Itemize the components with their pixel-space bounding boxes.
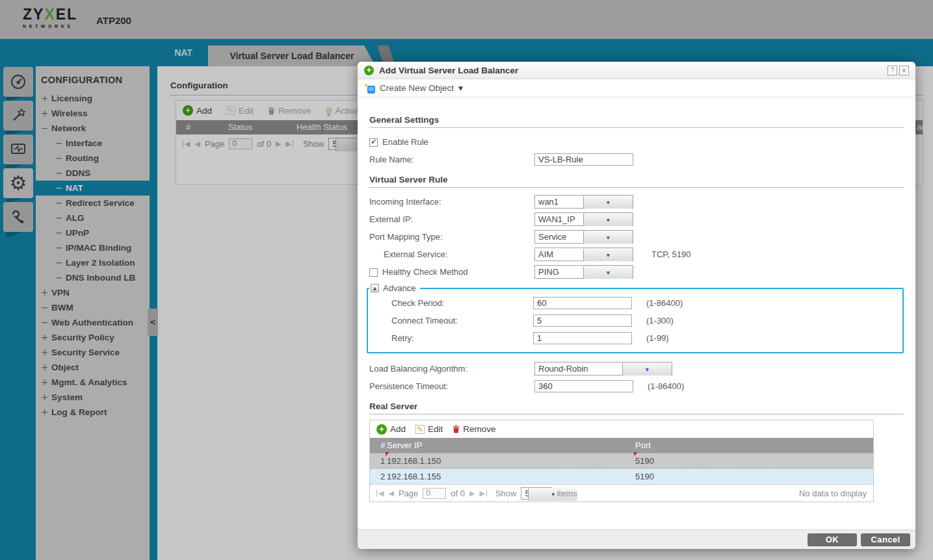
service-protocol-info: TCP, 5190 — [651, 249, 690, 259]
incoming-interface-label: Incoming Interface: — [369, 197, 534, 207]
add-icon: + — [376, 424, 387, 435]
external-service-label: External Service: — [369, 249, 534, 259]
external-service-row: External Service: AIM ▾ TCP, 5190 — [369, 246, 904, 263]
rs-show-select[interactable]: 50 ▾ — [521, 487, 552, 500]
rule-name-row: Rule Name: — [369, 151, 904, 168]
retry-label: Retry: — [368, 333, 533, 343]
help-button[interactable]: ? — [887, 66, 897, 75]
dialog-title-bar: + Add Virtual Server Load Balancer ? × — [358, 62, 915, 79]
check-period-hint: (1-86400) — [646, 298, 683, 308]
table-row[interactable]: 1 192.168.1.150 5190 — [370, 453, 873, 468]
healthy-check-checkbox[interactable] — [369, 268, 378, 277]
table-row[interactable]: 2 192.168.1.155 5190 — [370, 468, 873, 484]
divider — [369, 414, 904, 414]
healthy-check-select[interactable]: PING ▾ — [534, 265, 633, 279]
advance-label: Advance — [383, 283, 416, 293]
lb-algorithm-select[interactable]: Round-Robin ▾ — [534, 362, 672, 375]
rs-col-port: Port — [635, 440, 873, 450]
page-next-icon[interactable]: ▶ — [469, 490, 475, 497]
retry-input[interactable] — [533, 332, 632, 344]
dialog-footer: OK Cancel — [358, 529, 915, 549]
enable-rule-checkbox[interactable] — [369, 138, 378, 147]
page-prev-icon[interactable]: ◀ — [388, 490, 393, 497]
page-last-icon[interactable]: ▶ — [479, 490, 486, 497]
connect-timeout-row: Connect Timeout: (1-300) — [368, 312, 902, 329]
connect-timeout-hint: (1-300) — [646, 316, 674, 325]
rs-table-header: # Server IP Port — [370, 438, 873, 453]
dialog-menubar: ✦ Create New Object ▼ — [358, 79, 915, 97]
rs-col-num: # — [370, 440, 387, 450]
add-icon: + — [364, 66, 374, 75]
close-button[interactable]: × — [899, 66, 909, 75]
external-service-select[interactable]: AIM ▾ — [534, 248, 633, 261]
sparkle-icon: ✦ — [363, 82, 369, 89]
dropdown-chevron-icon: ▾ — [583, 248, 633, 261]
advance-fieldset: ▲ Advance Check Period: (1-86400) Connec… — [367, 283, 904, 353]
virtual-server-rule-heading: Virtual Server Rule — [369, 175, 904, 185]
real-server-heading: Real Server — [369, 401, 904, 411]
rs-edit-button[interactable]: ✎ Edit — [415, 424, 443, 434]
rs-pagination: ◀ ◀ Page of 0 ▶ ▶ Show 50 ▾ items No dat… — [370, 484, 873, 502]
advance-collapse-button[interactable]: ▲ — [371, 284, 379, 292]
close-icon: × — [901, 67, 906, 74]
check-period-input[interactable] — [533, 297, 632, 309]
rs-remove-button[interactable]: Remove — [453, 424, 495, 434]
external-ip-select[interactable]: WAN1_IP ▾ — [534, 212, 633, 226]
rs-page-input[interactable] — [423, 488, 446, 499]
port-mapping-type-select[interactable]: Service ▾ — [534, 230, 633, 244]
dialog-title: Add Virtual Server Load Balancer — [379, 66, 518, 75]
rule-name-label: Rule Name: — [369, 155, 534, 164]
page-label: Page — [399, 489, 418, 498]
persistence-timeout-label: Persistence Timeout: — [369, 381, 534, 391]
external-ip-row: External IP: WAN1_IP ▾ — [369, 210, 904, 228]
retry-row: Retry: (1-99) — [368, 329, 902, 347]
external-ip-label: External IP: — [369, 214, 534, 224]
rs-add-button[interactable]: + Add — [376, 424, 406, 435]
ok-button[interactable]: OK — [808, 533, 857, 546]
check-period-label: Check Period: — [368, 298, 533, 308]
port-mapping-type-row: Port Mapping Type: Service ▾ — [369, 228, 904, 246]
create-new-object-button[interactable]: Create New Object — [380, 83, 454, 93]
advance-legend: ▲ Advance — [369, 283, 420, 293]
dialog-body: General Settings Enable Rule Rule Name: … — [358, 98, 915, 529]
rule-name-input[interactable] — [534, 153, 633, 166]
cancel-button[interactable]: Cancel — [861, 533, 910, 546]
lb-algorithm-label: Load Balancing Algorithm: — [369, 364, 534, 374]
persistence-timeout-hint: (1-86400) — [648, 381, 684, 391]
enable-rule-row: Enable Rule — [369, 133, 904, 151]
show-label: Show — [495, 489, 517, 498]
advance-collapse-icon: ▲ — [373, 286, 376, 291]
divider — [369, 127, 904, 128]
empty-message: No data to display — [799, 489, 867, 498]
check-period-row: Check Period: (1-86400) — [368, 294, 902, 312]
healthy-check-label: Healthy Check Method — [382, 267, 468, 277]
trash-icon — [453, 425, 460, 433]
incoming-interface-row: Incoming Interface: wan1 ▾ — [369, 193, 904, 210]
connect-timeout-input[interactable] — [533, 314, 632, 327]
port-mapping-type-label: Port Mapping Type: — [369, 232, 534, 242]
dropdown-chevron-icon: ▾ — [583, 231, 633, 244]
persistence-timeout-input[interactable] — [534, 380, 633, 392]
create-object-icon: ✦ — [364, 83, 375, 94]
connect-timeout-label: Connect Timeout: — [368, 316, 533, 325]
lb-algorithm-row: Load Balancing Algorithm: Round-Robin ▾ — [369, 360, 904, 377]
page-of-label: of 0 — [451, 489, 465, 498]
help-icon: ? — [891, 67, 895, 74]
incoming-interface-select[interactable]: wan1 ▾ — [534, 195, 633, 209]
divider — [369, 187, 904, 188]
dropdown-chevron-icon: ▾ — [583, 213, 633, 226]
modified-marker: 5190 — [635, 456, 654, 466]
healthy-check-row: Healthy Check Method PING ▾ — [369, 263, 904, 281]
rs-col-ip: Server IP — [387, 440, 635, 450]
pencil-icon: ✎ — [415, 425, 425, 434]
general-settings-heading: General Settings — [369, 115, 904, 125]
menu-caret-icon[interactable]: ▼ — [458, 85, 463, 92]
persistence-timeout-row: Persistence Timeout: (1-86400) — [369, 377, 904, 395]
dropdown-chevron-icon: ▾ — [583, 196, 633, 209]
add-vslb-dialog: + Add Virtual Server Load Balancer ? × ✦… — [358, 62, 915, 549]
real-server-toolbar: + Add ✎ Edit Remove — [370, 420, 873, 438]
items-label: items — [557, 489, 577, 498]
modified-marker: 192.168.1.150 — [387, 456, 441, 466]
dropdown-chevron-icon: ▾ — [622, 363, 672, 375]
page-first-icon[interactable]: ◀ — [376, 490, 384, 497]
